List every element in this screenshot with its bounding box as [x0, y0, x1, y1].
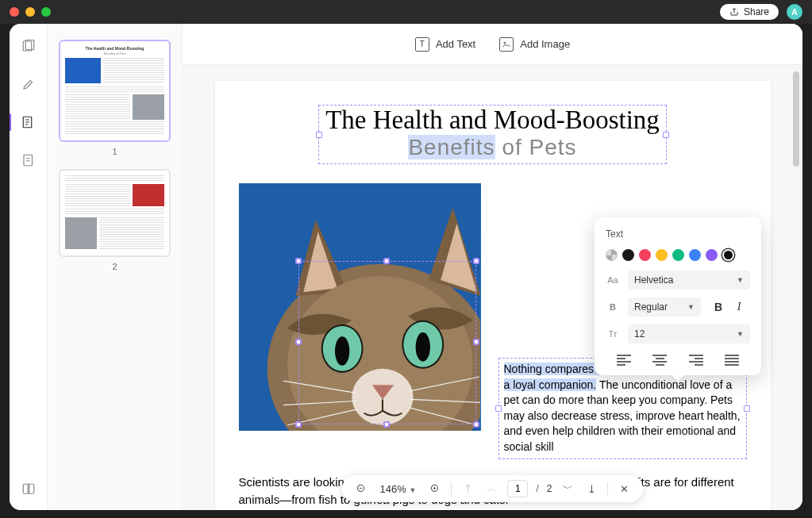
chevron-down-icon: ▼ — [737, 330, 744, 338]
maximize-window-button[interactable] — [41, 7, 51, 17]
page-sep: / — [536, 483, 538, 494]
edit-text-icon[interactable] — [21, 114, 37, 130]
color-swatches — [606, 249, 750, 261]
chevron-down-icon: ▼ — [737, 276, 744, 284]
zoom-out-button[interactable] — [353, 481, 369, 497]
bottom-toolbar: 146% ▼ ⤒ ︿ / 2 ﹀ ⤓ ✕ — [342, 475, 644, 502]
title-text-block[interactable]: The Health and Mood-Boosting Benefits of… — [318, 105, 667, 164]
resize-handle[interactable] — [473, 339, 479, 345]
thumbnail-page-2[interactable] — [59, 169, 171, 257]
color-picker-icon[interactable] — [606, 249, 618, 261]
hero-image[interactable] — [239, 183, 481, 431]
doc-title-line1: The Health and Mood-Boosting — [325, 106, 660, 135]
text-format-panel: Text Aa Helvetica▼ B Regular▼ — [595, 217, 761, 375]
text-icon: T — [415, 37, 429, 52]
window-controls — [10, 7, 51, 17]
zoom-level[interactable]: 146% ▼ — [377, 483, 420, 495]
align-left-button[interactable] — [617, 355, 631, 366]
font-family-select[interactable]: Helvetica▼ — [628, 271, 750, 290]
svg-rect-3 — [24, 155, 33, 166]
italic-button[interactable]: I — [733, 301, 745, 313]
share-button[interactable]: Share — [720, 4, 779, 20]
font-weight-select[interactable]: Regular▼ — [628, 297, 701, 317]
highlighter-icon[interactable] — [21, 76, 37, 92]
add-image-label: Add Image — [520, 38, 570, 50]
resize-handle[interactable] — [473, 421, 479, 428]
font-size-select[interactable]: 12▼ — [628, 324, 750, 343]
last-page-button[interactable]: ⤓ — [583, 481, 599, 497]
color-swatch[interactable] — [706, 249, 718, 261]
thumbnail-number: 1 — [59, 147, 171, 156]
resize-handle[interactable] — [295, 339, 302, 345]
weight-label-icon: B — [606, 302, 620, 312]
separator — [607, 482, 608, 495]
titlebar: Share A — [0, 0, 812, 24]
form-tool-icon[interactable] — [21, 152, 37, 168]
color-swatch[interactable] — [672, 249, 684, 261]
color-swatch[interactable] — [656, 249, 668, 261]
panel-title: Text — [606, 228, 750, 240]
page-input[interactable] — [507, 480, 528, 497]
image-selection-frame[interactable] — [298, 261, 476, 424]
align-justify-button[interactable] — [725, 355, 739, 366]
thumbnail-panel: The Health and Mood-Boosting Benefits of… — [48, 24, 183, 510]
text-align-row — [606, 351, 750, 366]
color-swatch[interactable] — [689, 249, 701, 261]
resize-handle[interactable] — [295, 421, 302, 428]
font-label-icon: Aa — [606, 275, 620, 285]
add-text-button[interactable]: T Add Text — [415, 37, 475, 52]
first-page-button[interactable]: ⤒ — [460, 481, 475, 497]
prev-page-button[interactable]: ︿ — [483, 481, 499, 497]
main-canvas: T Add Text Add Image The Health and Mood… — [183, 24, 802, 510]
close-toolbar-button[interactable]: ✕ — [616, 481, 632, 497]
color-swatch[interactable] — [639, 249, 651, 261]
pages-panel-icon[interactable] — [21, 38, 37, 54]
share-label: Share — [744, 6, 769, 17]
minimize-window-button[interactable] — [25, 7, 35, 17]
image-icon — [499, 37, 514, 52]
bold-button[interactable]: B — [712, 301, 725, 313]
color-swatch[interactable] — [622, 249, 634, 261]
avatar[interactable]: A — [787, 4, 802, 20]
thumbnail-page-1[interactable]: The Health and Mood-Boosting Benefits of… — [59, 40, 171, 142]
svg-point-4 — [504, 42, 506, 44]
nav-rail — [10, 24, 48, 510]
resize-handle[interactable] — [295, 258, 302, 264]
edit-toolbar: T Add Text Add Image — [183, 24, 802, 65]
thumbnail-number: 2 — [59, 262, 171, 271]
doc-title-line2: Benefits of Pets — [325, 135, 660, 160]
resize-handle[interactable] — [473, 258, 479, 264]
next-page-button[interactable]: ﹀ — [560, 481, 575, 497]
zoom-in-button[interactable] — [427, 481, 443, 497]
chevron-down-icon: ▼ — [687, 303, 695, 311]
resize-handle[interactable] — [383, 258, 390, 264]
size-label-icon: Tт — [606, 330, 620, 339]
color-swatch-selected[interactable] — [722, 249, 734, 261]
separator — [451, 482, 452, 495]
add-image-button[interactable]: Add Image — [499, 37, 570, 52]
page-total: 2 — [547, 483, 552, 494]
resize-handle[interactable] — [383, 421, 390, 428]
align-center-button[interactable] — [652, 355, 667, 366]
book-icon[interactable] — [21, 482, 37, 497]
add-text-label: Add Text — [436, 38, 475, 50]
align-right-button[interactable] — [689, 355, 703, 366]
share-icon — [729, 7, 739, 17]
close-window-button[interactable] — [10, 7, 19, 17]
